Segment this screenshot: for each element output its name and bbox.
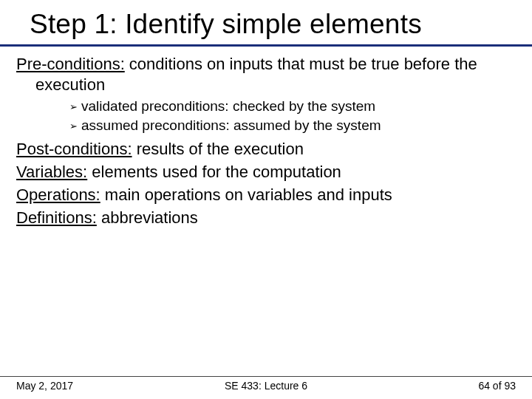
def-term: Post-conditions: <box>16 140 132 158</box>
subitem-text: assumed preconditions: assumed by the sy… <box>81 117 381 133</box>
def-rest: elements used for the computation <box>87 163 341 181</box>
title-rule <box>0 44 532 47</box>
preconditions-def: Pre-conditions: conditions on inputs tha… <box>16 54 516 95</box>
footer-page: 64 of 93 <box>478 380 516 392</box>
preconditions-sublist: ➢validated preconditions: checked by the… <box>16 98 516 134</box>
variables-def: Variables: elements used for the computa… <box>16 162 516 183</box>
definitions-def: Definitions: abbreviations <box>16 208 516 228</box>
chevron-icon: ➢ <box>69 101 81 114</box>
def-rest: abbreviations <box>97 208 198 227</box>
postconditions-def: Post-conditions: results of the executio… <box>16 139 516 160</box>
footer-date: May 2, 2017 <box>16 380 73 392</box>
subitem-text: validated preconditions: checked by the … <box>81 98 375 114</box>
chevron-icon: ➢ <box>69 120 81 133</box>
footer-course: SE 433: Lecture 6 <box>225 380 307 392</box>
operations-def: Operations: main operations on variables… <box>16 185 516 205</box>
def-term: Operations: <box>16 185 100 204</box>
slide-title: Step 1: Identify simple elements <box>0 0 532 44</box>
def-rest: main operations on variables and inputs <box>100 185 392 204</box>
list-item: ➢validated preconditions: checked by the… <box>69 98 516 115</box>
def-term: Variables: <box>16 163 87 181</box>
def-rest: results of the execution <box>132 140 304 158</box>
def-term: Definitions: <box>16 208 97 227</box>
footer-rule <box>0 376 532 377</box>
footer: May 2, 2017 SE 433: Lecture 6 64 of 93 <box>0 380 532 395</box>
slide-body: Pre-conditions: conditions on inputs tha… <box>0 54 532 229</box>
preconditions-term: Pre-conditions: <box>16 55 125 73</box>
list-item: ➢assumed preconditions: assumed by the s… <box>69 117 516 134</box>
